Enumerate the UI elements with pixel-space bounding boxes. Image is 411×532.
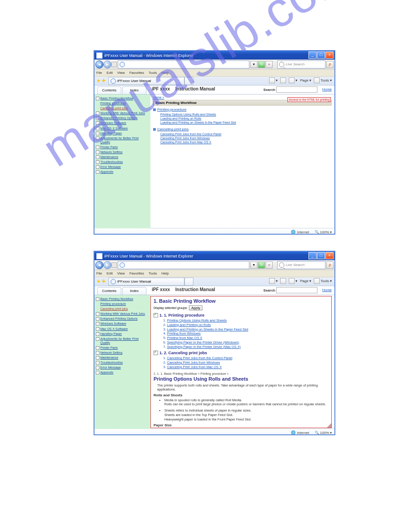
add-favorites-icon[interactable]: ✚ <box>102 78 106 84</box>
topic-link[interactable]: Printing from Windows <box>167 331 329 336</box>
topic-link[interactable]: Canceling Print Jobs from Mac OS X <box>167 365 329 369</box>
refresh-button[interactable]: ↻ <box>258 262 265 269</box>
topic-link[interactable]: Loading and Printing on Sheets in the Pa… <box>160 120 332 124</box>
search-provider-button[interactable]: ρ <box>326 262 334 269</box>
zoom-indicator[interactable]: 🔍 100% ▾ <box>315 431 332 435</box>
sidebar-item[interactable]: Windows Software <box>96 322 149 326</box>
menu-tools[interactable]: Tools <box>149 71 157 75</box>
sidebar-item[interactable]: Windows Software <box>96 121 149 125</box>
topic-link[interactable]: Printing Options Using Rolls and Sheets <box>167 318 329 323</box>
browser-tab[interactable]: iPFxxxx User Manual <box>108 278 184 286</box>
minimize-button[interactable]: _ <box>308 252 317 259</box>
menu-help[interactable]: Help <box>161 271 168 275</box>
stop-button[interactable]: × <box>265 262 273 269</box>
tab-index[interactable]: Index <box>122 86 146 94</box>
address-bar[interactable] <box>118 261 249 269</box>
new-tab-button[interactable] <box>184 77 193 85</box>
menu-favorites[interactable]: Favorites <box>129 271 144 275</box>
menu-file[interactable]: File <box>96 271 102 275</box>
sidebar-item[interactable]: Mac OS X Software <box>96 126 149 130</box>
browser-search-box[interactable]: Live Search <box>277 261 325 269</box>
tab-index[interactable]: Index <box>122 287 146 295</box>
tools-menu[interactable]: Tools ▾ <box>314 77 332 83</box>
menu-view[interactable]: View <box>117 71 125 75</box>
search-provider-button[interactable]: ρ <box>326 61 334 68</box>
feed-icon[interactable] <box>280 278 286 284</box>
section-link[interactable]: Canceling print jobs <box>153 127 332 131</box>
maximize-button[interactable]: □ <box>317 252 325 259</box>
topic-link[interactable]: Loading and Printing on Rolls <box>167 323 329 327</box>
sidebar-item[interactable]: Adjustments for Better Print Quality <box>96 337 149 345</box>
sidebar-item[interactable]: Troubleshooting <box>96 160 149 164</box>
forward-button[interactable]: ► <box>103 261 111 269</box>
manual-search-input[interactable] <box>276 287 317 293</box>
sidebar-item[interactable]: Network Setting <box>96 150 149 154</box>
sidebar-item[interactable]: Maintenance <box>96 356 149 360</box>
browser-search-box[interactable]: Live Search <box>277 60 325 69</box>
close-button[interactable]: × <box>325 252 334 259</box>
addr-dropdown[interactable]: ▾ <box>250 61 257 68</box>
apply-button[interactable]: Apply <box>189 305 202 310</box>
topic-link[interactable]: Canceling Print Jobs from Windows <box>160 136 332 140</box>
minimize-button[interactable]: _ <box>308 51 317 59</box>
menu-edit[interactable]: Edit <box>107 271 113 275</box>
sidebar-item[interactable]: Adjustments for Better Print Quality <box>96 136 149 144</box>
favorites-icon[interactable]: ★ <box>96 78 101 84</box>
topic-link[interactable]: Printing from Mac OS X <box>167 336 329 340</box>
home-icon[interactable] <box>269 77 275 83</box>
sidebar-item[interactable]: Appendix <box>96 370 149 374</box>
refresh-button[interactable]: ↻ <box>258 61 265 68</box>
sidebar-item[interactable]: Printing procedure <box>100 101 149 105</box>
page-menu[interactable]: Page ▾ <box>300 78 311 82</box>
menu-edit[interactable]: Edit <box>107 71 113 75</box>
new-tab-button[interactable] <box>184 278 193 286</box>
sidebar-item[interactable]: Handling Paper <box>96 131 149 135</box>
menu-file[interactable]: File <box>96 71 102 75</box>
sidebar-item[interactable]: Enhanced Printing Options <box>96 317 149 321</box>
stop-button[interactable]: × <box>265 61 273 68</box>
sidebar-item[interactable]: Handling Paper <box>96 332 149 336</box>
sidebar-item[interactable]: Troubleshooting <box>96 360 149 365</box>
zoom-indicator[interactable]: 🔍 100% ▾ <box>315 230 332 234</box>
close-button[interactable]: × <box>325 51 334 59</box>
back-button[interactable]: ◄ <box>95 60 103 69</box>
checkbox-icon[interactable] <box>154 351 158 355</box>
sidebar-item[interactable]: Basic Printing Workflow <box>96 297 149 301</box>
sidebar-item[interactable]: Printer Parts <box>96 145 149 149</box>
topic-link[interactable]: Canceling Print Jobs from the Control Pa… <box>167 356 329 360</box>
print-icon[interactable] <box>289 77 295 83</box>
menu-tools[interactable]: Tools <box>149 271 157 275</box>
back-button[interactable]: ◄ <box>95 261 103 269</box>
print-icon[interactable] <box>289 278 295 284</box>
sidebar-item[interactable]: Canceling print jobs <box>100 106 149 110</box>
maximize-button[interactable]: □ <box>317 51 325 59</box>
topic-link[interactable]: Loading and Printing on Sheets in the Pa… <box>167 327 329 332</box>
page-menu[interactable]: Page ▾ <box>300 279 311 283</box>
topic-link[interactable]: Canceling Print Jobs from Windows <box>167 360 329 365</box>
add-favorites-icon[interactable]: ✚ <box>102 279 106 284</box>
feed-icon[interactable] <box>280 77 286 83</box>
sidebar-item[interactable]: Maintenance <box>96 155 149 159</box>
recent-dropdown[interactable] <box>111 262 117 268</box>
sidebar-item[interactable]: Printing procedure <box>100 302 149 306</box>
html-print-link-highlighted[interactable]: Access to the HTML for printing <box>287 97 331 102</box>
sidebar-item[interactable]: Mac OS X Software <box>96 327 149 331</box>
topic-link[interactable]: Specifying Paper in the Printer Driver (… <box>167 340 329 345</box>
home-link[interactable]: Home <box>322 87 332 91</box>
sidebar-item[interactable]: Error Message <box>96 365 149 369</box>
section-link[interactable]: Printing procedure <box>153 107 332 112</box>
sidebar-item[interactable]: Enhanced Printing Options <box>96 116 149 120</box>
topic-link[interactable]: Canceling Print Jobs from Mac OS X <box>160 140 332 144</box>
menu-view[interactable]: View <box>117 271 125 275</box>
recent-dropdown[interactable] <box>111 62 117 67</box>
topic-link[interactable]: Specifying Paper in the Printer Driver (… <box>167 345 329 349</box>
tools-menu[interactable]: Tools ▾ <box>314 278 332 284</box>
sidebar-item[interactable]: Appendix <box>96 170 149 174</box>
sidebar-item[interactable]: Working With Various Print Jobs <box>96 111 149 115</box>
sidebar-item[interactable]: Network Setting <box>96 351 149 355</box>
menu-favorites[interactable]: Favorites <box>129 71 144 75</box>
tab-contents[interactable]: Contents <box>97 287 121 295</box>
address-bar[interactable] <box>118 60 249 69</box>
topic-link[interactable]: Canceling Print Jobs from the Control Pa… <box>160 132 332 136</box>
home-icon[interactable] <box>269 278 275 284</box>
